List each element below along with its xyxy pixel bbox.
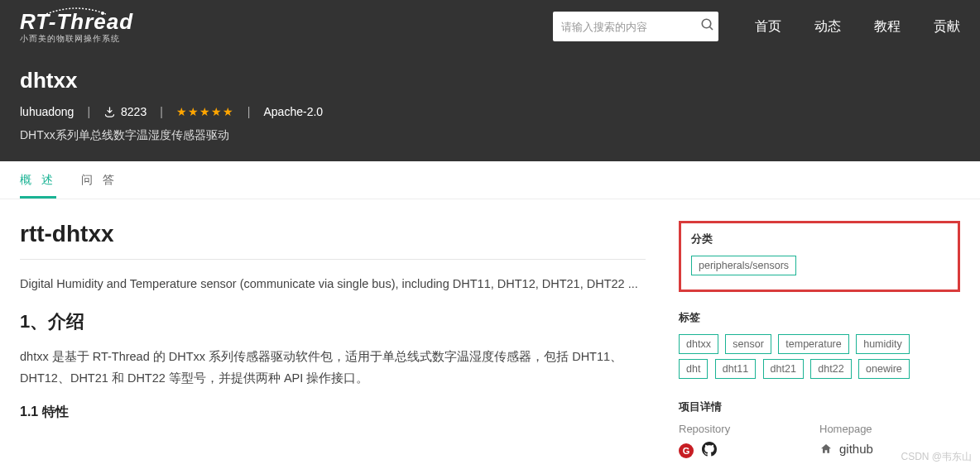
search-icon[interactable]: [700, 17, 715, 36]
project-title: 项目详情: [679, 400, 960, 414]
nav-tutorial[interactable]: 教程: [874, 18, 901, 36]
tag-sensor[interactable]: sensor: [725, 334, 771, 354]
separator: |: [247, 105, 251, 118]
category-box: 分类 peripherals/sensors: [679, 221, 960, 292]
github-icon[interactable]: [702, 442, 717, 460]
downloads: 8223: [103, 105, 147, 118]
logo-subtitle: 小而美的物联网操作系统: [20, 33, 133, 45]
svg-point-1: [702, 19, 711, 28]
svg-point-0: [101, 12, 104, 15]
tag-dht11[interactable]: dht11: [715, 359, 756, 379]
download-count: 8223: [121, 105, 147, 118]
logo[interactable]: RT-Thread 小而美的物联网操作系统: [20, 9, 133, 45]
category-pill[interactable]: peripherals/sensors: [691, 256, 796, 275]
home-icon: [819, 443, 833, 456]
tag-humidity[interactable]: humidity: [856, 334, 910, 354]
watermark: CSDN @韦东山: [901, 450, 972, 464]
intro-paragraph: Digital Humidity and Temperature sensor …: [20, 273, 646, 294]
tab-qa[interactable]: 问 答: [81, 173, 118, 199]
nav-contribute[interactable]: 贡献: [934, 18, 960, 36]
search-input[interactable]: [561, 21, 700, 33]
tag-dht[interactable]: dht: [679, 359, 708, 379]
star-rating: ★★★★★: [176, 105, 234, 118]
license: Apache-2.0: [263, 105, 323, 118]
content-title: rtt-dhtxx: [20, 221, 646, 247]
homepage-label: Homepage: [819, 423, 960, 435]
author[interactable]: luhuadong: [20, 105, 74, 118]
gitee-icon[interactable]: G: [679, 443, 694, 458]
package-description: DHTxx系列单总线数字温湿度传感器驱动: [20, 128, 960, 143]
section-heading-intro: 1、介绍: [20, 309, 646, 334]
homepage-text: github: [839, 442, 873, 456]
tab-overview[interactable]: 概 述: [20, 173, 56, 199]
tag-onewire[interactable]: onewire: [858, 359, 910, 379]
tag-temperature[interactable]: temperature: [778, 334, 848, 354]
separator: |: [160, 105, 163, 118]
tag-dht21[interactable]: dht21: [763, 359, 804, 379]
search-box[interactable]: [553, 12, 718, 41]
tag-dhtxx[interactable]: dhtxx: [679, 334, 718, 354]
repo-label: Repository: [679, 423, 819, 435]
subsection-heading-features: 1.1 特性: [20, 404, 646, 421]
tag-dht22[interactable]: dht22: [810, 359, 851, 379]
category-title: 分类: [691, 232, 948, 246]
divider: [20, 259, 646, 260]
separator: |: [87, 105, 90, 118]
tags-title: 标签: [679, 310, 960, 325]
package-name: dhtxx: [20, 68, 960, 93]
nav-news[interactable]: 动态: [814, 18, 841, 36]
nav-home[interactable]: 首页: [755, 18, 781, 36]
intro-body: dhtxx 是基于 RT-Thread 的 DHTxx 系列传感器驱动软件包，适…: [20, 346, 646, 389]
svg-line-2: [709, 26, 713, 30]
download-icon: [103, 106, 116, 118]
